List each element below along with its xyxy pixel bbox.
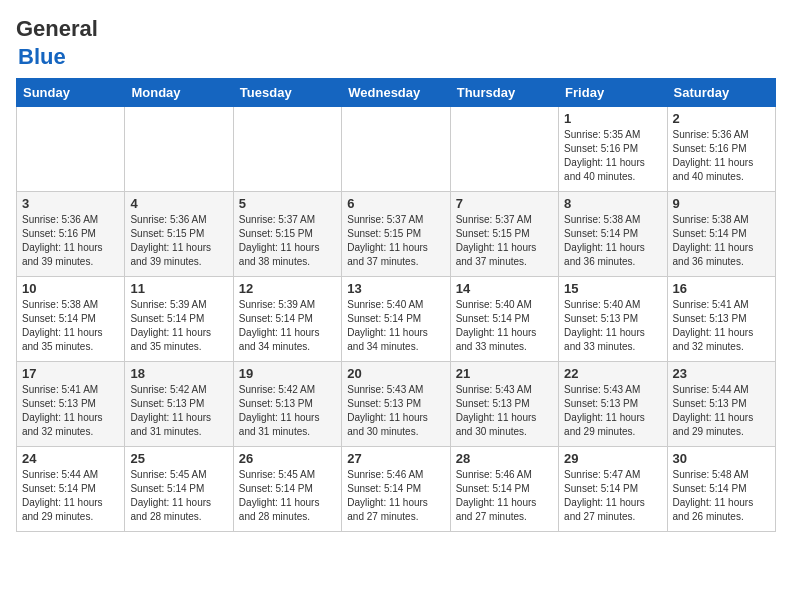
- day-number: 24: [22, 451, 119, 466]
- day-number: 2: [673, 111, 770, 126]
- cell-info: Sunrise: 5:39 AM Sunset: 5:14 PM Dayligh…: [239, 298, 336, 354]
- cell-info: Sunrise: 5:45 AM Sunset: 5:14 PM Dayligh…: [239, 468, 336, 524]
- cell-info: Sunrise: 5:37 AM Sunset: 5:15 PM Dayligh…: [456, 213, 553, 269]
- cell-info: Sunrise: 5:48 AM Sunset: 5:14 PM Dayligh…: [673, 468, 770, 524]
- calendar-day-cell: 25Sunrise: 5:45 AM Sunset: 5:14 PM Dayli…: [125, 447, 233, 532]
- calendar-day-cell: 13Sunrise: 5:40 AM Sunset: 5:14 PM Dayli…: [342, 277, 450, 362]
- cell-info: Sunrise: 5:37 AM Sunset: 5:15 PM Dayligh…: [347, 213, 444, 269]
- day-number: 14: [456, 281, 553, 296]
- calendar-day-cell: 14Sunrise: 5:40 AM Sunset: 5:14 PM Dayli…: [450, 277, 558, 362]
- cell-info: Sunrise: 5:46 AM Sunset: 5:14 PM Dayligh…: [456, 468, 553, 524]
- cell-info: Sunrise: 5:44 AM Sunset: 5:13 PM Dayligh…: [673, 383, 770, 439]
- calendar-day-cell: 29Sunrise: 5:47 AM Sunset: 5:14 PM Dayli…: [559, 447, 667, 532]
- day-number: 22: [564, 366, 661, 381]
- logo: General Blue: [16, 16, 98, 70]
- cell-info: Sunrise: 5:36 AM Sunset: 5:15 PM Dayligh…: [130, 213, 227, 269]
- cell-info: Sunrise: 5:42 AM Sunset: 5:13 PM Dayligh…: [239, 383, 336, 439]
- weekday-header-thursday: Thursday: [450, 79, 558, 107]
- day-number: 23: [673, 366, 770, 381]
- day-number: 7: [456, 196, 553, 211]
- calendar-day-cell: 16Sunrise: 5:41 AM Sunset: 5:13 PM Dayli…: [667, 277, 775, 362]
- day-number: 20: [347, 366, 444, 381]
- day-number: 10: [22, 281, 119, 296]
- cell-info: Sunrise: 5:43 AM Sunset: 5:13 PM Dayligh…: [564, 383, 661, 439]
- day-number: 27: [347, 451, 444, 466]
- calendar-week-row: 3Sunrise: 5:36 AM Sunset: 5:16 PM Daylig…: [17, 192, 776, 277]
- cell-info: Sunrise: 5:39 AM Sunset: 5:14 PM Dayligh…: [130, 298, 227, 354]
- cell-info: Sunrise: 5:36 AM Sunset: 5:16 PM Dayligh…: [673, 128, 770, 184]
- cell-info: Sunrise: 5:38 AM Sunset: 5:14 PM Dayligh…: [673, 213, 770, 269]
- calendar-day-cell: 28Sunrise: 5:46 AM Sunset: 5:14 PM Dayli…: [450, 447, 558, 532]
- weekday-header-tuesday: Tuesday: [233, 79, 341, 107]
- logo-bird-icon: [80, 0, 108, 6]
- logo-blue: Blue: [18, 44, 66, 69]
- calendar-week-row: 1Sunrise: 5:35 AM Sunset: 5:16 PM Daylig…: [17, 107, 776, 192]
- cell-info: Sunrise: 5:37 AM Sunset: 5:15 PM Dayligh…: [239, 213, 336, 269]
- cell-info: Sunrise: 5:42 AM Sunset: 5:13 PM Dayligh…: [130, 383, 227, 439]
- calendar-day-cell: 5Sunrise: 5:37 AM Sunset: 5:15 PM Daylig…: [233, 192, 341, 277]
- cell-info: Sunrise: 5:44 AM Sunset: 5:14 PM Dayligh…: [22, 468, 119, 524]
- day-number: 19: [239, 366, 336, 381]
- calendar-day-cell: 24Sunrise: 5:44 AM Sunset: 5:14 PM Dayli…: [17, 447, 125, 532]
- day-number: 5: [239, 196, 336, 211]
- cell-info: Sunrise: 5:35 AM Sunset: 5:16 PM Dayligh…: [564, 128, 661, 184]
- cell-info: Sunrise: 5:47 AM Sunset: 5:14 PM Dayligh…: [564, 468, 661, 524]
- calendar-day-cell: 22Sunrise: 5:43 AM Sunset: 5:13 PM Dayli…: [559, 362, 667, 447]
- calendar-day-cell: 1Sunrise: 5:35 AM Sunset: 5:16 PM Daylig…: [559, 107, 667, 192]
- calendar-header-row: SundayMondayTuesdayWednesdayThursdayFrid…: [17, 79, 776, 107]
- day-number: 25: [130, 451, 227, 466]
- cell-info: Sunrise: 5:38 AM Sunset: 5:14 PM Dayligh…: [564, 213, 661, 269]
- empty-cell: [233, 107, 341, 192]
- weekday-header-wednesday: Wednesday: [342, 79, 450, 107]
- empty-cell: [17, 107, 125, 192]
- cell-info: Sunrise: 5:40 AM Sunset: 5:14 PM Dayligh…: [347, 298, 444, 354]
- day-number: 18: [130, 366, 227, 381]
- calendar-week-row: 17Sunrise: 5:41 AM Sunset: 5:13 PM Dayli…: [17, 362, 776, 447]
- calendar-day-cell: 2Sunrise: 5:36 AM Sunset: 5:16 PM Daylig…: [667, 107, 775, 192]
- day-number: 1: [564, 111, 661, 126]
- calendar-day-cell: 6Sunrise: 5:37 AM Sunset: 5:15 PM Daylig…: [342, 192, 450, 277]
- calendar-day-cell: 26Sunrise: 5:45 AM Sunset: 5:14 PM Dayli…: [233, 447, 341, 532]
- calendar-week-row: 10Sunrise: 5:38 AM Sunset: 5:14 PM Dayli…: [17, 277, 776, 362]
- day-number: 13: [347, 281, 444, 296]
- day-number: 17: [22, 366, 119, 381]
- calendar-day-cell: 23Sunrise: 5:44 AM Sunset: 5:13 PM Dayli…: [667, 362, 775, 447]
- empty-cell: [342, 107, 450, 192]
- weekday-header-friday: Friday: [559, 79, 667, 107]
- cell-info: Sunrise: 5:43 AM Sunset: 5:13 PM Dayligh…: [347, 383, 444, 439]
- cell-info: Sunrise: 5:46 AM Sunset: 5:14 PM Dayligh…: [347, 468, 444, 524]
- day-number: 3: [22, 196, 119, 211]
- cell-info: Sunrise: 5:43 AM Sunset: 5:13 PM Dayligh…: [456, 383, 553, 439]
- empty-cell: [125, 107, 233, 192]
- day-number: 21: [456, 366, 553, 381]
- day-number: 26: [239, 451, 336, 466]
- day-number: 28: [456, 451, 553, 466]
- calendar-day-cell: 30Sunrise: 5:48 AM Sunset: 5:14 PM Dayli…: [667, 447, 775, 532]
- calendar-day-cell: 7Sunrise: 5:37 AM Sunset: 5:15 PM Daylig…: [450, 192, 558, 277]
- day-number: 9: [673, 196, 770, 211]
- cell-info: Sunrise: 5:38 AM Sunset: 5:14 PM Dayligh…: [22, 298, 119, 354]
- calendar-day-cell: 12Sunrise: 5:39 AM Sunset: 5:14 PM Dayli…: [233, 277, 341, 362]
- day-number: 11: [130, 281, 227, 296]
- cell-info: Sunrise: 5:36 AM Sunset: 5:16 PM Dayligh…: [22, 213, 119, 269]
- calendar-day-cell: 19Sunrise: 5:42 AM Sunset: 5:13 PM Dayli…: [233, 362, 341, 447]
- calendar-day-cell: 4Sunrise: 5:36 AM Sunset: 5:15 PM Daylig…: [125, 192, 233, 277]
- cell-info: Sunrise: 5:41 AM Sunset: 5:13 PM Dayligh…: [22, 383, 119, 439]
- day-number: 6: [347, 196, 444, 211]
- day-number: 12: [239, 281, 336, 296]
- calendar-day-cell: 21Sunrise: 5:43 AM Sunset: 5:13 PM Dayli…: [450, 362, 558, 447]
- day-number: 15: [564, 281, 661, 296]
- day-number: 29: [564, 451, 661, 466]
- day-number: 16: [673, 281, 770, 296]
- calendar-day-cell: 11Sunrise: 5:39 AM Sunset: 5:14 PM Dayli…: [125, 277, 233, 362]
- calendar-day-cell: 20Sunrise: 5:43 AM Sunset: 5:13 PM Dayli…: [342, 362, 450, 447]
- calendar-day-cell: 8Sunrise: 5:38 AM Sunset: 5:14 PM Daylig…: [559, 192, 667, 277]
- weekday-header-monday: Monday: [125, 79, 233, 107]
- calendar-week-row: 24Sunrise: 5:44 AM Sunset: 5:14 PM Dayli…: [17, 447, 776, 532]
- cell-info: Sunrise: 5:40 AM Sunset: 5:13 PM Dayligh…: [564, 298, 661, 354]
- calendar-day-cell: 15Sunrise: 5:40 AM Sunset: 5:13 PM Dayli…: [559, 277, 667, 362]
- calendar-table: SundayMondayTuesdayWednesdayThursdayFrid…: [16, 78, 776, 532]
- calendar-day-cell: 18Sunrise: 5:42 AM Sunset: 5:13 PM Dayli…: [125, 362, 233, 447]
- cell-info: Sunrise: 5:41 AM Sunset: 5:13 PM Dayligh…: [673, 298, 770, 354]
- day-number: 8: [564, 196, 661, 211]
